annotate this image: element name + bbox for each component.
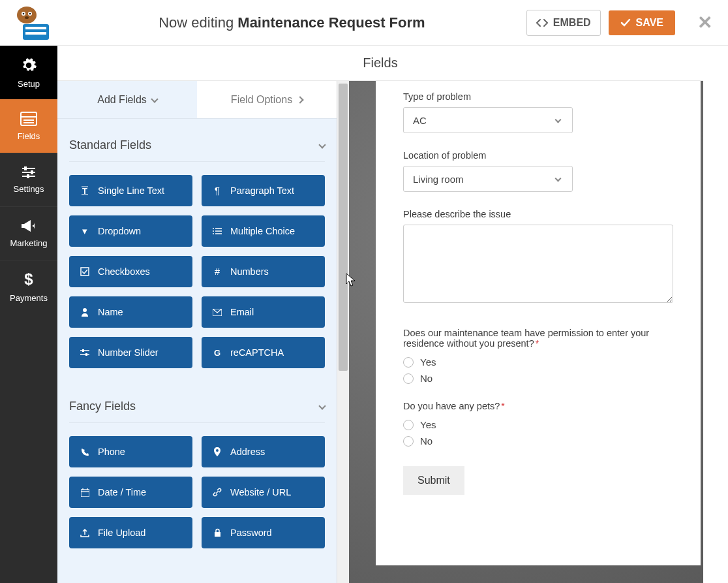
- svg-point-4: [29, 12, 31, 14]
- section-title: Standard Fields: [69, 138, 151, 152]
- svg-point-30: [83, 308, 87, 312]
- scrollbar-thumb[interactable]: [339, 84, 348, 371]
- code-icon: [536, 18, 548, 27]
- field-number-slider[interactable]: Number Slider: [69, 337, 192, 368]
- sidebar-item-payments[interactable]: $ Payments: [0, 260, 57, 313]
- radio-icon: [403, 357, 414, 368]
- list-icon: [212, 227, 222, 235]
- upload-icon: [80, 529, 90, 537]
- required-mark: *: [501, 401, 504, 411]
- caret-down-icon: ▾: [80, 226, 90, 236]
- app-logo: [10, 0, 57, 46]
- field-label: reCAPTCHA: [230, 347, 284, 358]
- field-label: Password: [230, 528, 272, 538]
- field-single-line-text[interactable]: TSingle Line Text: [69, 175, 192, 206]
- field-label: Email: [230, 307, 254, 317]
- radio-label: No: [420, 435, 432, 447]
- field-password[interactable]: Password: [202, 517, 325, 548]
- field-date-time[interactable]: Date / Time: [69, 477, 192, 508]
- sidebar-item-setup[interactable]: Setup: [0, 46, 57, 99]
- field-file-upload[interactable]: File Upload: [69, 517, 192, 548]
- hash-icon: #: [212, 266, 222, 277]
- permission-radio-yes[interactable]: Yes: [403, 356, 673, 368]
- radio-icon: [403, 373, 414, 384]
- field-website-url[interactable]: Website / URL: [202, 477, 325, 508]
- type-of-problem-select[interactable]: AC: [403, 107, 573, 133]
- chevron-down-icon: [555, 116, 562, 123]
- tab-label: Add Fields: [97, 94, 147, 106]
- sidebar-item-fields[interactable]: Fields: [0, 99, 57, 153]
- field-label: Phone: [98, 447, 125, 457]
- field-recaptcha[interactable]: GreCAPTCHA: [202, 337, 325, 368]
- phone-icon: [80, 448, 90, 456]
- sidebar-label: Marketing: [10, 238, 47, 248]
- radio-label: Yes: [420, 356, 436, 368]
- svg-text:$: $: [24, 271, 33, 288]
- field-dropdown[interactable]: ▾Dropdown: [69, 215, 192, 247]
- field-label: Number Slider: [98, 347, 159, 358]
- location-of-problem-label: Location of problem: [403, 150, 673, 161]
- section-standard-fields[interactable]: Standard Fields: [69, 119, 325, 162]
- fields-panel: Add Fields Field Options Standard Fields…: [57, 81, 337, 583]
- sidebar-label: Settings: [14, 184, 44, 194]
- checkbox-icon: [80, 267, 90, 276]
- permission-label: Does our maintenance team have permissio…: [403, 328, 673, 349]
- required-mark: *: [536, 338, 539, 349]
- svg-rect-18: [27, 174, 29, 178]
- field-address[interactable]: Address: [202, 436, 325, 467]
- gear-icon: [20, 57, 37, 74]
- sidebar-item-settings[interactable]: Settings: [0, 153, 57, 206]
- standard-fields-grid: TSingle Line Text ¶Paragraph Text ▾Dropd…: [69, 162, 325, 368]
- form-icon: [20, 112, 37, 126]
- permission-label-text: Does our maintenance team have permissio…: [403, 328, 649, 349]
- field-label: Paragraph Text: [230, 185, 294, 196]
- panel-tabs: Add Fields Field Options: [57, 81, 337, 119]
- permission-radio-no[interactable]: No: [403, 373, 673, 384]
- panel-scrollbar[interactable]: [337, 81, 349, 583]
- section-title: Fancy Fields: [69, 400, 136, 413]
- svg-rect-29: [81, 268, 89, 276]
- radio-label: Yes: [420, 419, 436, 430]
- svg-rect-8: [25, 32, 46, 35]
- top-bar: Now editing Maintenance Request Form EMB…: [0, 0, 728, 46]
- field-name[interactable]: Name: [69, 296, 192, 328]
- svg-rect-41: [215, 532, 220, 537]
- field-email[interactable]: Email: [202, 296, 325, 328]
- field-multiple-choice[interactable]: Multiple Choice: [202, 215, 325, 247]
- describe-issue-label: Please describe the issue: [403, 209, 673, 219]
- paragraph-icon: ¶: [212, 185, 222, 196]
- section-fancy-fields[interactable]: Fancy Fields: [69, 380, 325, 423]
- pets-radio-no[interactable]: No: [403, 435, 673, 447]
- sidebar-label: Payments: [10, 293, 48, 303]
- close-button[interactable]: ✕: [683, 12, 718, 33]
- map-pin-icon: [212, 447, 222, 456]
- field-phone[interactable]: Phone: [69, 436, 192, 467]
- chevron-down-icon: [555, 175, 562, 181]
- field-label: Date / Time: [98, 487, 146, 497]
- field-checkboxes[interactable]: Checkboxes: [69, 256, 192, 287]
- embed-button[interactable]: EMBED: [526, 10, 601, 36]
- field-paragraph-text[interactable]: ¶Paragraph Text: [202, 175, 325, 206]
- field-numbers[interactable]: #Numbers: [202, 256, 325, 287]
- describe-issue-textarea[interactable]: [403, 225, 673, 303]
- person-icon: [80, 307, 90, 317]
- pets-radio-yes[interactable]: Yes: [403, 419, 673, 430]
- field-label: Numbers: [230, 266, 269, 277]
- svg-rect-35: [85, 353, 87, 356]
- tab-field-options[interactable]: Field Options: [197, 81, 337, 118]
- sidebar-item-marketing[interactable]: Marketing: [0, 206, 57, 260]
- sliders-icon: [21, 166, 37, 179]
- svg-point-0: [17, 7, 37, 24]
- svg-rect-14: [24, 166, 27, 170]
- lock-icon: [212, 528, 222, 537]
- dollar-icon: $: [23, 271, 34, 288]
- panel-title: Fields: [363, 55, 397, 71]
- field-label: Multiple Choice: [230, 226, 295, 236]
- location-of-problem-select[interactable]: Living room: [403, 166, 573, 192]
- submit-button[interactable]: Submit: [403, 466, 464, 495]
- field-label: Address: [230, 447, 265, 457]
- svg-point-5: [25, 16, 29, 19]
- save-button[interactable]: SAVE: [609, 10, 675, 35]
- tab-add-fields[interactable]: Add Fields: [57, 81, 197, 118]
- select-value: Living room: [413, 174, 464, 185]
